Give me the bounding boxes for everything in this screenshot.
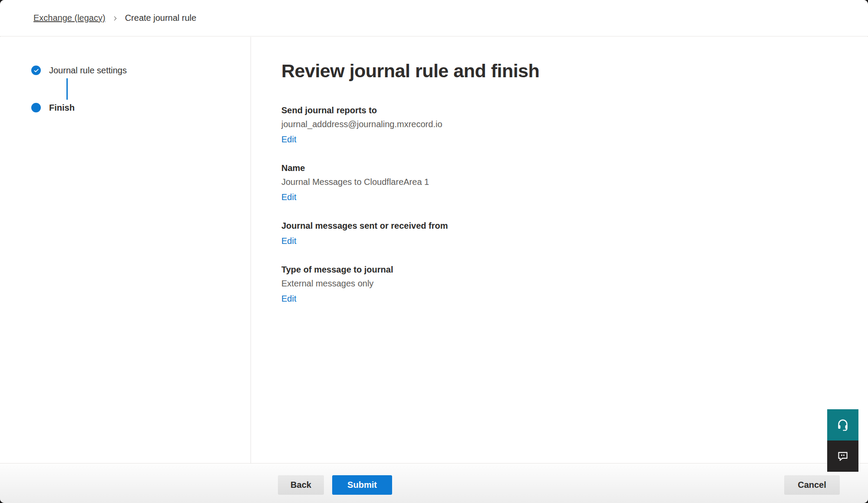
wizard-step-finish[interactable]: Finish — [31, 103, 251, 112]
breadcrumb-exchange-legacy-link[interactable]: Exchange (legacy) — [33, 13, 106, 23]
edit-sent-or-received-link[interactable]: Edit — [281, 235, 296, 247]
review-section-message-type: Type of message to journal External mess… — [281, 264, 842, 304]
breadcrumb: Exchange (legacy) Create journal rule — [33, 13, 196, 23]
step-connector-line — [66, 78, 68, 100]
section-label: Name — [281, 162, 842, 174]
floating-widgets — [827, 409, 858, 472]
section-label: Type of message to journal — [281, 264, 842, 275]
breadcrumb-current-page: Create journal rule — [125, 13, 197, 23]
step-label: Journal rule settings — [49, 66, 127, 76]
edit-send-reports-link[interactable]: Edit — [281, 134, 296, 145]
review-section-send-reports: Send journal reports to journal_adddress… — [281, 105, 842, 145]
section-value: External messages only — [281, 278, 842, 289]
wizard-content: Journal rule settings Finish Review jour… — [0, 37, 868, 463]
section-value: Journal Messages to CloudflareArea 1 — [281, 176, 842, 187]
exchange-admin-window: Exchange (legacy) Create journal rule Jo… — [0, 0, 868, 503]
feedback-button[interactable] — [827, 441, 858, 472]
wizard-step-journal-rule-settings[interactable]: Journal rule settings — [31, 66, 251, 75]
cancel-button[interactable]: Cancel — [784, 475, 840, 495]
section-label: Journal messages sent or received from — [281, 220, 842, 231]
edit-message-type-link[interactable]: Edit — [281, 293, 296, 304]
section-value: journal_adddress@journaling.mxrecord.io — [281, 118, 842, 130]
submit-button[interactable]: Submit — [332, 475, 392, 495]
review-section-sent-or-received: Journal messages sent or received from E… — [281, 220, 842, 247]
wizard-steps-panel: Journal rule settings Finish — [0, 37, 251, 463]
review-section-name: Name Journal Messages to CloudflareArea … — [281, 162, 842, 203]
back-button[interactable]: Back — [278, 475, 324, 495]
edit-name-link[interactable]: Edit — [281, 191, 296, 203]
headset-icon — [836, 418, 849, 431]
section-label: Send journal reports to — [281, 105, 842, 116]
review-pane: Review journal rule and finish Send jour… — [251, 37, 868, 463]
step-current-dot-icon — [31, 103, 41, 112]
step-completed-check-icon — [31, 66, 41, 75]
breadcrumb-bar: Exchange (legacy) Create journal rule — [0, 0, 868, 36]
page-title: Review journal rule and finish — [281, 59, 842, 83]
chevron-right-icon — [112, 16, 118, 21]
help-button[interactable] — [827, 409, 858, 441]
step-label: Finish — [49, 103, 75, 113]
wizard-footer: Back Submit Cancel — [0, 463, 868, 503]
chat-icon — [837, 450, 849, 462]
